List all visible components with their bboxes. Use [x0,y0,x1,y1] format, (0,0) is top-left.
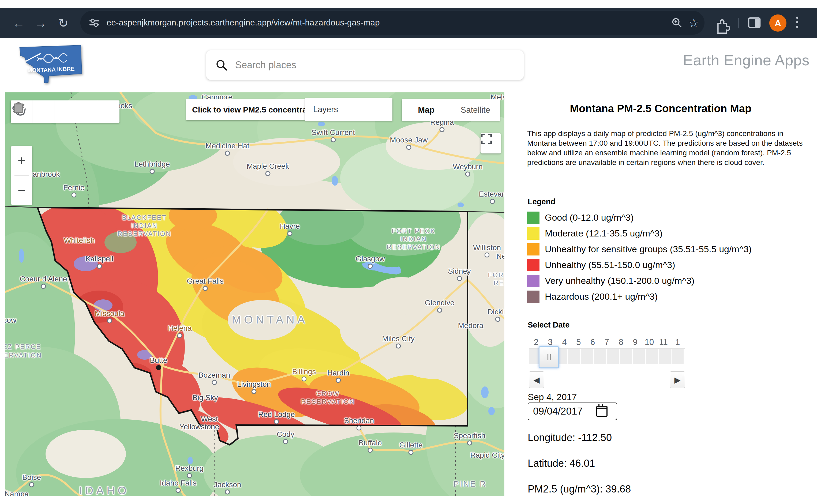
legend-label: Unhealthy for sensitive groups (35.51-55… [545,244,752,254]
map-label: RESERVATION [387,243,440,251]
slider-tick: 7 [600,337,614,347]
site-info-icon[interactable] [88,17,100,29]
map-label: Buffalo [359,439,382,447]
bookmark-star-icon[interactable]: ☆ [683,11,704,35]
map-city-dot [97,264,102,269]
side-panel-icon[interactable] [746,8,762,38]
map-city-dot [437,308,442,313]
pm25-tooltip-button[interactable]: Click to view PM2.5 concentra [186,99,305,120]
polygon-tool[interactable] [76,100,98,123]
map-label: Gillette [399,441,422,449]
map-label: Spearfish [454,431,485,440]
legend-row: Very unhealthy (150.1-200.0 ug/m^3) [527,273,752,289]
map-label: Williston [473,243,501,252]
date-input[interactable] [533,405,595,417]
marker-tool[interactable] [32,100,54,123]
map-label: Rapid City [470,451,504,460]
zoom-control: + − [11,146,32,205]
date-slider-handle[interactable] [539,346,559,368]
forward-icon[interactable]: → [33,8,49,38]
map-label: Sheridan [344,416,374,425]
map-city-dot [396,344,401,349]
app-title: Montana PM-2.5 Concentration Map [504,103,817,115]
map-label: Kalispell [85,255,113,263]
legend-label: Good (0-12.0 ug/m^3) [545,212,634,223]
map-label: Fernie [63,183,84,192]
drawing-toolbar [11,100,119,123]
map-type-map-button[interactable]: Map [402,99,451,121]
map-canvas[interactable]: CanmoreBrooksMedicine HatSwift CurrentMo… [5,92,504,496]
map-label: Nev [496,252,504,261]
url-bar[interactable]: ee-aspenjkmorgan.projects.earthengine.ap… [80,11,704,35]
map-city-dot [467,441,472,446]
map-label: BLACKFEET [122,214,167,221]
slider-tick: 2 [529,337,543,347]
next-day-button[interactable]: ▶ [670,371,685,388]
map-label: cow [5,316,16,325]
map-city-dot [41,284,46,289]
search-places-box[interactable] [206,50,524,80]
map-city-dot [265,171,271,176]
map-city-dot [357,426,362,431]
map-city-dot [156,365,161,370]
slider-tick: 4 [557,337,572,347]
legend-swatch-good [527,212,539,224]
zoom-page-icon[interactable] [671,17,683,29]
slider-tick: 6 [586,337,600,347]
select-date-label: Select Date [528,321,569,329]
map-city-dot [406,145,411,150]
map-city-dot [485,253,490,258]
map-city-dot [29,482,34,487]
app-description: This app displays a daily map of predict… [527,129,811,167]
fullscreen-icon [481,133,492,145]
reload-icon[interactable]: ↻ [55,8,71,38]
map-label: Boise [22,473,41,482]
zoom-in-button[interactable]: + [11,146,32,175]
map-label: Nampa [5,490,29,496]
slider-tick: 8 [614,337,628,347]
rectangle-tool[interactable] [98,100,119,123]
selected-date-text: Sep 4, 2017 [528,392,577,402]
map-label: FORT [488,271,504,279]
fullscreen-button[interactable] [481,133,501,153]
map-label: ranbrook [30,170,60,179]
map-city-dot [283,439,288,444]
prev-day-button[interactable]: ◀ [529,371,544,388]
polyline-tool[interactable] [54,100,76,123]
map-label: Helena [168,324,192,333]
zoom-out-button[interactable]: − [11,176,32,205]
search-input[interactable] [235,59,524,71]
map-label: Medora [458,321,484,330]
map-label: Miles City [382,334,414,343]
map-label: Glasgow [356,255,385,263]
legend-label: Hazardous (200.1+ ug/m^3) [545,291,658,302]
legend-title: Legend [528,197,555,206]
map-label: FORT PECK [392,227,435,235]
map-label: Dickin [488,308,504,316]
map-city-dot [287,231,293,236]
legend-label: Very unhealthy (150.1-200.0 ug/m^3) [545,276,694,286]
url-text: ee-aspenjkmorgan.projects.earthengine.ap… [107,18,380,28]
back-icon[interactable]: ← [11,8,27,38]
calendar-icon[interactable] [596,406,608,417]
slider-tick: 10 [642,337,657,347]
legend-row: Unhealthy (55.51-150.0 ug/m^3) [527,257,752,273]
extensions-icon[interactable] [714,8,730,38]
map-city-dot [465,172,470,177]
map-label: Coeur d'Alene [20,275,67,283]
map-city-dot [252,389,257,394]
map-label: Bozeman [198,371,230,379]
map-type-satellite-button[interactable]: Satellite [451,99,500,121]
map-label: Great Falls [187,277,224,285]
map-label: West [201,415,218,423]
map-label: INDIAN [400,235,427,243]
map-city-dot [176,488,181,493]
legend-row: Good (0-12.0 ug/m^3) [527,210,752,225]
map-label: Big Sky [193,393,218,402]
map-city-dot [150,169,155,174]
layers-panel[interactable]: Layers [305,98,392,121]
browser-menu-icon[interactable] [796,17,798,28]
latitude-readout: Latitude: 46.01 [528,458,595,469]
map-city-dot [274,419,279,424]
profile-avatar[interactable]: A [769,14,786,32]
